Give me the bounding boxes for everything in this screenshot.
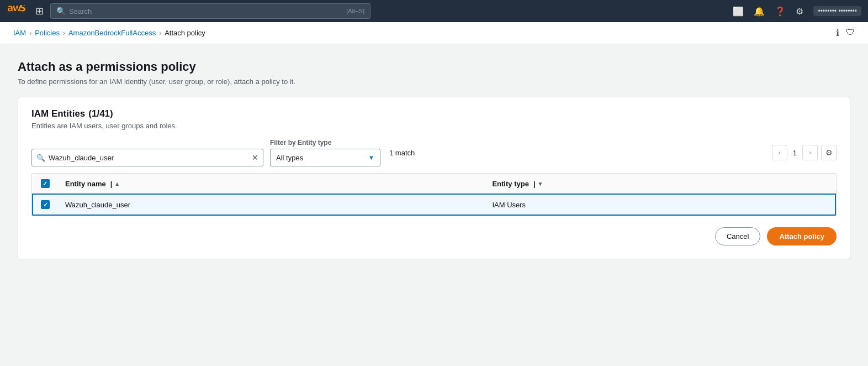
account-info[interactable]: •••••••• •••••••• xyxy=(813,6,861,16)
table-row[interactable]: ✓ Wazuh_claude_user IAM Users xyxy=(33,194,835,215)
header-entity-type[interactable]: Entity type | ▼ xyxy=(484,174,835,194)
entity-name-label: Entity name xyxy=(65,180,106,188)
row-entity-name: Wazuh_claude_user xyxy=(57,194,484,215)
match-count: 1 match xyxy=(389,149,415,157)
entities-table-wrap: ✓ Entity name | ▲ xyxy=(31,173,837,216)
breadcrumb-current: Attach policy xyxy=(165,29,205,37)
search-shortcut: [Alt+S] xyxy=(346,8,364,14)
page-content: Attach as a permissions policy To define… xyxy=(0,44,868,366)
breadcrumb-right-actions: ℹ 🛡 xyxy=(836,28,855,38)
entities-table: ✓ Entity name | ▲ xyxy=(32,174,836,216)
breadcrumb: IAM › Policies › AmazonBedrockFullAccess… xyxy=(0,22,868,44)
table-settings-button[interactable]: ⚙ xyxy=(821,145,837,160)
card-header: IAM Entities (1/41) Entities are IAM use… xyxy=(31,108,837,130)
entity-type-select-wrap[interactable]: All types Users Groups Roles ▼ xyxy=(270,149,380,166)
prev-page-button[interactable]: ‹ xyxy=(772,145,787,160)
filter-type-label: Filter by Entity type xyxy=(270,139,380,147)
row-entity-type: IAM Users xyxy=(484,194,835,215)
info-icon[interactable]: ℹ xyxy=(836,28,839,38)
next-page-button[interactable]: › xyxy=(802,145,818,160)
filter-row: 🔍 Wazuh_claude_user ✕ Filter by Entity t… xyxy=(31,139,837,166)
row-checkmark: ✓ xyxy=(43,202,48,208)
page-title: Attach as a permissions policy xyxy=(18,60,850,74)
entity-search-wrap[interactable]: 🔍 Wazuh_claude_user ✕ xyxy=(31,149,263,166)
breadcrumb-sep-2: › xyxy=(63,29,65,37)
dropdown-arrow-icon: ▼ xyxy=(368,154,374,161)
entity-type-label: Entity type xyxy=(492,180,528,188)
settings-icon[interactable]: ⚙ xyxy=(796,6,803,17)
grid-icon[interactable]: ⊞ xyxy=(35,5,44,17)
pagination: ‹ 1 › ⚙ xyxy=(772,145,837,160)
table-header: ✓ Entity name | ▲ xyxy=(33,174,835,194)
global-search-input[interactable] xyxy=(69,7,343,15)
entity-type-filter-group: Filter by Entity type All types Users Gr… xyxy=(270,139,380,166)
aws-logo xyxy=(7,5,27,17)
entity-search-icon: 🔍 xyxy=(36,154,45,162)
header-entity-name[interactable]: Entity name | ▲ xyxy=(57,174,484,194)
card-subtitle: Entities are IAM users, user groups and … xyxy=(31,122,837,130)
breadcrumb-sep-1: › xyxy=(29,29,31,37)
bell-icon[interactable]: 🔔 xyxy=(754,6,765,17)
clear-search-icon[interactable]: ✕ xyxy=(252,153,258,162)
card-count: (1/41) xyxy=(88,108,113,119)
header-checkbox[interactable]: ✓ xyxy=(41,179,50,188)
help-icon[interactable]: ❓ xyxy=(775,6,786,17)
global-search-bar[interactable]: 🔍 [Alt+S] xyxy=(50,3,371,19)
actions-row: Cancel Attach policy xyxy=(31,227,837,245)
breadcrumb-policy-name[interactable]: AmazonBedrockFullAccess xyxy=(68,29,156,37)
notifications-icon[interactable]: 🛡 xyxy=(846,28,855,38)
card-title: IAM Entities xyxy=(31,108,85,119)
page-subtitle: To define permissions for an IAM identit… xyxy=(18,77,850,86)
row-checkbox-cell: ✓ xyxy=(33,194,57,215)
top-navigation: ⊞ 🔍 [Alt+S] ⬜ 🔔 ❓ ⚙ •••••••• •••••••• xyxy=(0,0,868,22)
entity-type-sort-icon[interactable]: ▼ xyxy=(538,181,543,187)
cancel-button[interactable]: Cancel xyxy=(715,227,760,245)
nav-right-icons: ⬜ 🔔 ❓ ⚙ •••••••• •••••••• xyxy=(733,6,861,17)
iam-entities-card: IAM Entities (1/41) Entities are IAM use… xyxy=(18,97,850,259)
page-number: 1 xyxy=(791,149,799,157)
header-checkmark: ✓ xyxy=(43,181,47,187)
attach-policy-button[interactable]: Attach policy xyxy=(767,227,837,245)
breadcrumb-sep-3: › xyxy=(159,29,161,37)
breadcrumb-iam[interactable]: IAM xyxy=(13,29,26,37)
search-icon: 🔍 xyxy=(56,7,66,15)
row-checkbox[interactable]: ✓ xyxy=(41,200,50,209)
entity-type-select[interactable]: All types Users Groups Roles xyxy=(276,154,364,162)
header-checkbox-cell: ✓ xyxy=(33,174,57,194)
entity-search-input[interactable]: Wazuh_claude_user xyxy=(49,154,248,162)
terminal-icon[interactable]: ⬜ xyxy=(733,6,744,17)
breadcrumb-policies[interactable]: Policies xyxy=(35,29,60,37)
entity-name-sort-icon[interactable]: ▲ xyxy=(114,181,120,187)
table-body: ✓ Wazuh_claude_user IAM Users xyxy=(33,194,835,215)
